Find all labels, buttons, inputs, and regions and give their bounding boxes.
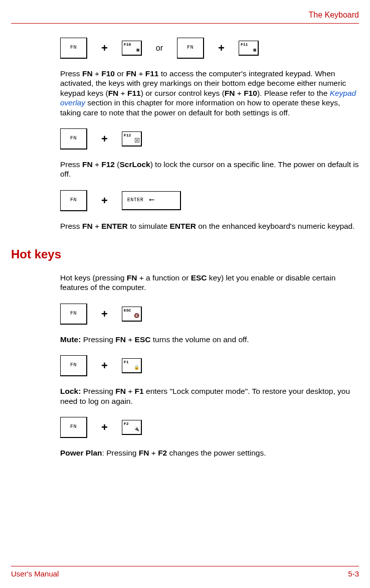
plus-icon: +	[218, 43, 225, 54]
scrlock-icon: 🄰	[135, 138, 139, 144]
plus-icon: +	[101, 360, 108, 371]
fn-key-icon: FN	[60, 304, 87, 325]
mute-icon: 🔇	[134, 314, 139, 319]
footer-page-number: 5-3	[348, 569, 359, 579]
footer-manual-label: User's Manual	[11, 569, 59, 579]
page-footer: User's Manual 5-3	[11, 566, 359, 579]
enter-key-icon: ENTER ⟵	[122, 191, 181, 210]
key-row-f2: FN + F2 🔌	[60, 417, 359, 438]
paragraph-hotkeys-intro: Hot keys (pressing FN + a function or ES…	[60, 273, 359, 292]
f1-key-icon: F1 🔒	[122, 358, 142, 373]
key-label: ESC	[124, 308, 131, 313]
header-rule	[11, 23, 359, 24]
key-label: F11	[241, 42, 248, 47]
key-label: F10	[124, 42, 131, 47]
keypad-icon: ▦	[136, 48, 139, 53]
fn-key-icon: FN	[60, 417, 87, 438]
paragraph-mute: Mute: Pressing FN + ESC turns the volume…	[60, 335, 359, 344]
key-row-f12: FN + F12 🄰	[60, 128, 359, 150]
key-row-f1: FN + F1 🔒	[60, 355, 359, 376]
enter-arrow-icon: ⟵	[149, 196, 154, 205]
hot-keys-heading: Hot keys	[11, 247, 359, 262]
f10-key-icon: F10 ▦	[122, 41, 142, 56]
key-row-esc: FN + ESC 🔇	[60, 304, 359, 325]
key-label: ENTER	[127, 197, 144, 204]
key-label: F1	[124, 360, 129, 365]
fn-key-icon: FN	[60, 355, 87, 376]
fn-key-icon: FN	[60, 128, 87, 150]
paragraph-f12: Press FN + F12 (ScrLock) to lock the cur…	[60, 160, 359, 179]
footer-rule	[11, 566, 359, 566]
power-icon: 🔌	[134, 427, 139, 432]
fn-key-icon: FN	[60, 38, 87, 59]
f11-key-icon: F11 ▦	[239, 41, 259, 56]
fn-key-icon: FN	[177, 38, 204, 59]
f2-key-icon: F2 🔌	[122, 420, 142, 435]
key-row-enter: FN + ENTER ⟵	[60, 190, 359, 211]
key-label: F2	[124, 421, 129, 426]
plus-icon: +	[101, 195, 108, 206]
header-section-title: The Keyboard	[11, 10, 359, 20]
esc-key-icon: ESC 🔇	[122, 307, 142, 322]
lock-icon: 🔒	[134, 365, 139, 371]
paragraph-f10-f11: Press FN + F10 or FN + F11 to access the…	[60, 69, 359, 117]
f12-key-icon: F12 🄰	[122, 131, 142, 146]
fn-key-icon: FN	[60, 190, 87, 211]
key-row-f10-f11: FN + F10 ▦ or FN + F11 ▦	[60, 38, 359, 59]
key-label: F12	[124, 133, 131, 138]
paragraph-power: Power Plan: Pressing FN + F2 changes the…	[60, 448, 359, 458]
plus-icon: +	[101, 43, 108, 54]
paragraph-enter: Press FN + ENTER to simulate ENTER on th…	[60, 221, 359, 231]
keypad-icon: ▦	[254, 48, 256, 53]
plus-icon: +	[101, 133, 108, 144]
or-text: or	[156, 43, 163, 53]
paragraph-lock: Lock: Pressing FN + F1 enters "Lock comp…	[60, 386, 359, 406]
plus-icon: +	[101, 422, 108, 433]
plus-icon: +	[101, 309, 108, 320]
